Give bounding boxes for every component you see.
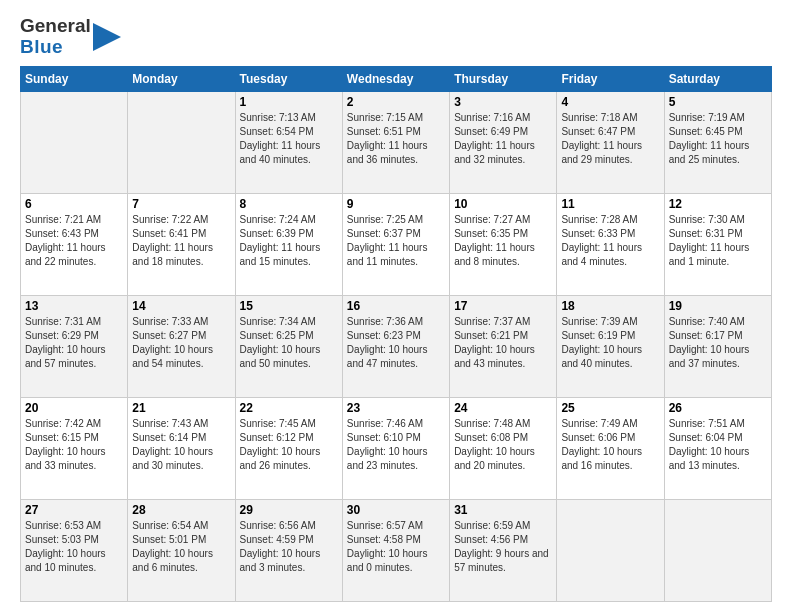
- table-row: [664, 499, 771, 601]
- day-number: 2: [347, 95, 445, 109]
- day-number: 8: [240, 197, 338, 211]
- col-saturday: Saturday: [664, 66, 771, 91]
- day-info: Sunrise: 7:42 AM Sunset: 6:15 PM Dayligh…: [25, 417, 123, 473]
- col-friday: Friday: [557, 66, 664, 91]
- table-row: 2Sunrise: 7:15 AM Sunset: 6:51 PM Daylig…: [342, 91, 449, 193]
- table-row: 17Sunrise: 7:37 AM Sunset: 6:21 PM Dayli…: [450, 295, 557, 397]
- table-row: 22Sunrise: 7:45 AM Sunset: 6:12 PM Dayli…: [235, 397, 342, 499]
- col-monday: Monday: [128, 66, 235, 91]
- day-number: 5: [669, 95, 767, 109]
- day-number: 1: [240, 95, 338, 109]
- table-row: [128, 91, 235, 193]
- day-number: 3: [454, 95, 552, 109]
- table-row: 20Sunrise: 7:42 AM Sunset: 6:15 PM Dayli…: [21, 397, 128, 499]
- day-number: 23: [347, 401, 445, 415]
- header: General Blue: [20, 16, 772, 58]
- table-row: 7Sunrise: 7:22 AM Sunset: 6:41 PM Daylig…: [128, 193, 235, 295]
- day-info: Sunrise: 7:46 AM Sunset: 6:10 PM Dayligh…: [347, 417, 445, 473]
- table-row: [21, 91, 128, 193]
- day-info: Sunrise: 7:25 AM Sunset: 6:37 PM Dayligh…: [347, 213, 445, 269]
- table-row: 1Sunrise: 7:13 AM Sunset: 6:54 PM Daylig…: [235, 91, 342, 193]
- table-row: 16Sunrise: 7:36 AM Sunset: 6:23 PM Dayli…: [342, 295, 449, 397]
- table-row: 11Sunrise: 7:28 AM Sunset: 6:33 PM Dayli…: [557, 193, 664, 295]
- day-number: 12: [669, 197, 767, 211]
- table-row: 24Sunrise: 7:48 AM Sunset: 6:08 PM Dayli…: [450, 397, 557, 499]
- day-number: 15: [240, 299, 338, 313]
- day-number: 7: [132, 197, 230, 211]
- table-row: 5Sunrise: 7:19 AM Sunset: 6:45 PM Daylig…: [664, 91, 771, 193]
- table-row: 27Sunrise: 6:53 AM Sunset: 5:03 PM Dayli…: [21, 499, 128, 601]
- table-row: 25Sunrise: 7:49 AM Sunset: 6:06 PM Dayli…: [557, 397, 664, 499]
- day-info: Sunrise: 7:51 AM Sunset: 6:04 PM Dayligh…: [669, 417, 767, 473]
- day-number: 31: [454, 503, 552, 517]
- calendar-week-row: 20Sunrise: 7:42 AM Sunset: 6:15 PM Dayli…: [21, 397, 772, 499]
- table-row: 26Sunrise: 7:51 AM Sunset: 6:04 PM Dayli…: [664, 397, 771, 499]
- table-row: 8Sunrise: 7:24 AM Sunset: 6:39 PM Daylig…: [235, 193, 342, 295]
- day-info: Sunrise: 7:27 AM Sunset: 6:35 PM Dayligh…: [454, 213, 552, 269]
- day-info: Sunrise: 7:49 AM Sunset: 6:06 PM Dayligh…: [561, 417, 659, 473]
- day-number: 22: [240, 401, 338, 415]
- calendar-table: Sunday Monday Tuesday Wednesday Thursday…: [20, 66, 772, 602]
- table-row: 12Sunrise: 7:30 AM Sunset: 6:31 PM Dayli…: [664, 193, 771, 295]
- day-number: 19: [669, 299, 767, 313]
- page: General Blue Sunday Monday Tuesday Wedne…: [0, 0, 792, 612]
- day-info: Sunrise: 7:13 AM Sunset: 6:54 PM Dayligh…: [240, 111, 338, 167]
- calendar-week-row: 6Sunrise: 7:21 AM Sunset: 6:43 PM Daylig…: [21, 193, 772, 295]
- col-thursday: Thursday: [450, 66, 557, 91]
- day-number: 29: [240, 503, 338, 517]
- day-info: Sunrise: 7:39 AM Sunset: 6:19 PM Dayligh…: [561, 315, 659, 371]
- day-number: 27: [25, 503, 123, 517]
- table-row: 28Sunrise: 6:54 AM Sunset: 5:01 PM Dayli…: [128, 499, 235, 601]
- day-info: Sunrise: 7:21 AM Sunset: 6:43 PM Dayligh…: [25, 213, 123, 269]
- day-number: 18: [561, 299, 659, 313]
- day-info: Sunrise: 6:54 AM Sunset: 5:01 PM Dayligh…: [132, 519, 230, 575]
- svg-marker-0: [93, 23, 121, 51]
- table-row: 6Sunrise: 7:21 AM Sunset: 6:43 PM Daylig…: [21, 193, 128, 295]
- day-number: 14: [132, 299, 230, 313]
- day-number: 28: [132, 503, 230, 517]
- table-row: 14Sunrise: 7:33 AM Sunset: 6:27 PM Dayli…: [128, 295, 235, 397]
- day-info: Sunrise: 7:19 AM Sunset: 6:45 PM Dayligh…: [669, 111, 767, 167]
- day-number: 17: [454, 299, 552, 313]
- day-number: 26: [669, 401, 767, 415]
- calendar-week-row: 13Sunrise: 7:31 AM Sunset: 6:29 PM Dayli…: [21, 295, 772, 397]
- day-info: Sunrise: 7:37 AM Sunset: 6:21 PM Dayligh…: [454, 315, 552, 371]
- col-tuesday: Tuesday: [235, 66, 342, 91]
- day-number: 10: [454, 197, 552, 211]
- table-row: 23Sunrise: 7:46 AM Sunset: 6:10 PM Dayli…: [342, 397, 449, 499]
- day-number: 20: [25, 401, 123, 415]
- day-info: Sunrise: 7:16 AM Sunset: 6:49 PM Dayligh…: [454, 111, 552, 167]
- calendar-week-row: 27Sunrise: 6:53 AM Sunset: 5:03 PM Dayli…: [21, 499, 772, 601]
- day-info: Sunrise: 7:43 AM Sunset: 6:14 PM Dayligh…: [132, 417, 230, 473]
- day-info: Sunrise: 6:59 AM Sunset: 4:56 PM Dayligh…: [454, 519, 552, 575]
- day-info: Sunrise: 7:31 AM Sunset: 6:29 PM Dayligh…: [25, 315, 123, 371]
- day-info: Sunrise: 6:53 AM Sunset: 5:03 PM Dayligh…: [25, 519, 123, 575]
- logo-general: General: [20, 16, 91, 37]
- day-number: 24: [454, 401, 552, 415]
- day-info: Sunrise: 7:24 AM Sunset: 6:39 PM Dayligh…: [240, 213, 338, 269]
- table-row: 21Sunrise: 7:43 AM Sunset: 6:14 PM Dayli…: [128, 397, 235, 499]
- day-info: Sunrise: 7:45 AM Sunset: 6:12 PM Dayligh…: [240, 417, 338, 473]
- day-info: Sunrise: 7:15 AM Sunset: 6:51 PM Dayligh…: [347, 111, 445, 167]
- table-row: 3Sunrise: 7:16 AM Sunset: 6:49 PM Daylig…: [450, 91, 557, 193]
- table-row: 18Sunrise: 7:39 AM Sunset: 6:19 PM Dayli…: [557, 295, 664, 397]
- day-number: 16: [347, 299, 445, 313]
- table-row: 31Sunrise: 6:59 AM Sunset: 4:56 PM Dayli…: [450, 499, 557, 601]
- table-row: [557, 499, 664, 601]
- day-info: Sunrise: 7:33 AM Sunset: 6:27 PM Dayligh…: [132, 315, 230, 371]
- day-info: Sunrise: 7:28 AM Sunset: 6:33 PM Dayligh…: [561, 213, 659, 269]
- day-info: Sunrise: 6:57 AM Sunset: 4:58 PM Dayligh…: [347, 519, 445, 575]
- day-info: Sunrise: 7:18 AM Sunset: 6:47 PM Dayligh…: [561, 111, 659, 167]
- table-row: 19Sunrise: 7:40 AM Sunset: 6:17 PM Dayli…: [664, 295, 771, 397]
- table-row: 15Sunrise: 7:34 AM Sunset: 6:25 PM Dayli…: [235, 295, 342, 397]
- table-row: 30Sunrise: 6:57 AM Sunset: 4:58 PM Dayli…: [342, 499, 449, 601]
- table-row: 29Sunrise: 6:56 AM Sunset: 4:59 PM Dayli…: [235, 499, 342, 601]
- day-info: Sunrise: 7:22 AM Sunset: 6:41 PM Dayligh…: [132, 213, 230, 269]
- day-number: 6: [25, 197, 123, 211]
- day-number: 4: [561, 95, 659, 109]
- day-number: 25: [561, 401, 659, 415]
- day-info: Sunrise: 7:34 AM Sunset: 6:25 PM Dayligh…: [240, 315, 338, 371]
- day-number: 30: [347, 503, 445, 517]
- logo: General Blue: [20, 16, 121, 58]
- day-number: 21: [132, 401, 230, 415]
